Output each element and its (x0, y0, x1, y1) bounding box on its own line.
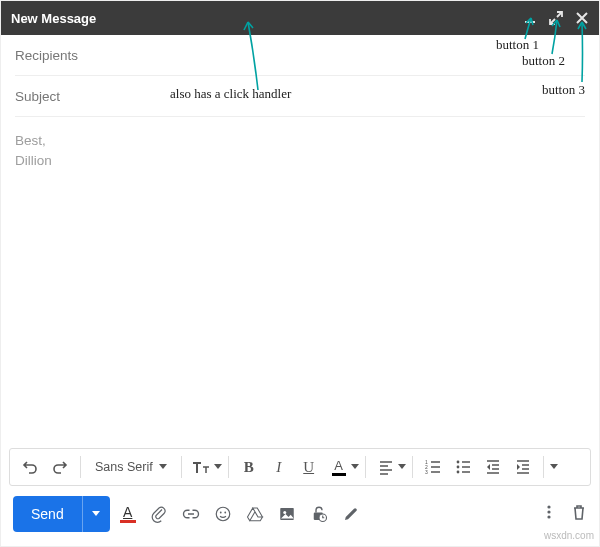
bold-button[interactable]: B (235, 453, 263, 481)
underline-button[interactable]: U (295, 453, 323, 481)
font-family-label: Sans Serif (95, 460, 153, 474)
align-left-icon (378, 459, 394, 475)
svg-point-4 (456, 466, 459, 469)
chevron-down-icon (92, 511, 100, 517)
confidential-mode-button[interactable] (310, 505, 328, 523)
compose-footer: Send A (1, 486, 599, 546)
bulleted-list-icon (455, 459, 471, 475)
text-format-icon: A (120, 505, 136, 523)
fullscreen-button[interactable] (549, 11, 563, 25)
emoji-icon (214, 505, 232, 523)
chevron-down-icon (214, 464, 222, 470)
toolbar-separator (365, 456, 366, 478)
indent-increase-icon (515, 459, 531, 475)
insert-link-button[interactable] (182, 505, 200, 523)
kebab-icon (541, 504, 557, 520)
toolbar-separator (412, 456, 413, 478)
formatting-options-button[interactable]: A (120, 505, 136, 523)
send-button-group: Send (13, 496, 110, 532)
indent-more-button[interactable] (509, 453, 537, 481)
discard-draft-button[interactable] (571, 504, 587, 524)
close-button[interactable] (575, 11, 589, 25)
footer-right-controls (541, 504, 587, 524)
signature-line-2: Dillion (15, 151, 585, 171)
insert-signature-button[interactable] (342, 505, 360, 523)
more-options-button[interactable] (541, 504, 557, 524)
numbered-list-button[interactable]: 123 (419, 453, 447, 481)
svg-point-5 (456, 471, 459, 474)
svg-point-8 (224, 512, 226, 514)
text-size-icon (192, 459, 212, 475)
link-icon (182, 505, 200, 523)
numbered-list-icon: 123 (425, 459, 441, 475)
compose-header: New Message (1, 1, 599, 35)
recipients-field (15, 35, 585, 76)
drive-icon (246, 505, 264, 523)
expand-icon (549, 11, 563, 25)
redo-icon (52, 459, 68, 475)
toolbar-separator (181, 456, 182, 478)
compose-window: New Message Best, Dillion (0, 0, 600, 547)
svg-text:3: 3 (425, 469, 428, 475)
svg-point-14 (547, 510, 550, 513)
svg-point-15 (547, 515, 550, 518)
text-color-selector[interactable]: A (325, 453, 359, 481)
image-icon (278, 505, 296, 523)
toolbar-separator (543, 456, 544, 478)
font-size-button[interactable] (188, 453, 216, 481)
svg-point-3 (456, 461, 459, 464)
undo-icon (22, 459, 38, 475)
svg-point-10 (283, 511, 286, 514)
window-controls (523, 11, 589, 25)
chevron-down-icon (351, 464, 359, 470)
italic-button[interactable]: I (265, 453, 293, 481)
footer-icon-row: A (120, 505, 360, 523)
recipients-input[interactable] (15, 35, 585, 75)
svg-point-7 (220, 512, 222, 514)
chevron-down-icon (398, 464, 406, 470)
align-button[interactable] (372, 453, 400, 481)
subject-field (15, 76, 585, 117)
redo-button[interactable] (46, 453, 74, 481)
align-selector[interactable] (372, 453, 406, 481)
minimize-icon (523, 11, 537, 25)
compose-header-drag-area[interactable] (96, 1, 523, 35)
text-color-button[interactable]: A (325, 453, 353, 481)
text-color-icon: A (332, 459, 346, 476)
toolbar-more-dropdown[interactable] (550, 464, 558, 470)
subject-input[interactable] (15, 76, 585, 116)
insert-emoji-button[interactable] (214, 505, 232, 523)
paperclip-icon (150, 505, 168, 523)
close-icon (575, 11, 589, 25)
insert-drive-button[interactable] (246, 505, 264, 523)
indent-less-button[interactable] (479, 453, 507, 481)
lock-clock-icon (310, 505, 328, 523)
insert-photo-button[interactable] (278, 505, 296, 523)
signature-line-1: Best, (15, 131, 585, 151)
indent-decrease-icon (485, 459, 501, 475)
font-size-selector[interactable] (188, 453, 222, 481)
chevron-down-icon (159, 464, 167, 470)
font-family-selector[interactable]: Sans Serif (87, 453, 175, 481)
attach-file-button[interactable] (150, 505, 168, 523)
compose-body[interactable]: Best, Dillion (1, 117, 599, 448)
trash-icon (571, 504, 587, 520)
compose-title: New Message (11, 11, 96, 26)
undo-button[interactable] (16, 453, 44, 481)
toolbar-separator (228, 456, 229, 478)
send-button[interactable]: Send (13, 496, 82, 532)
send-options-button[interactable] (82, 496, 110, 532)
minimize-button[interactable] (523, 11, 537, 25)
formatting-toolbar: Sans Serif B I U A (9, 448, 591, 486)
svg-point-6 (216, 507, 230, 521)
svg-point-13 (547, 505, 550, 508)
bulleted-list-button[interactable] (449, 453, 477, 481)
toolbar-separator (80, 456, 81, 478)
pen-icon (342, 505, 360, 523)
